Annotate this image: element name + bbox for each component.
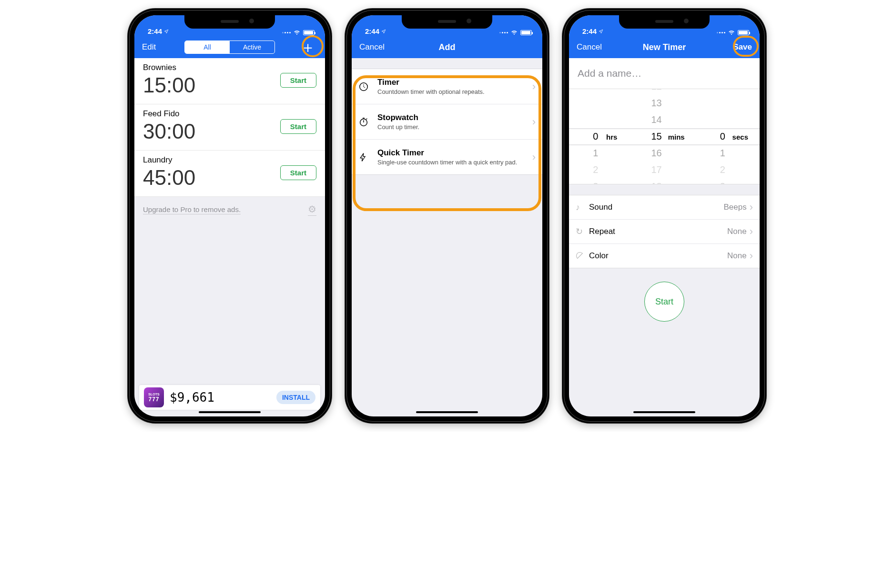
start-button[interactable]: Start (280, 73, 316, 88)
settings-list: ♪ Sound Beeps › ↻ Repeat None › Color N (569, 195, 760, 268)
home-indicator (199, 411, 261, 413)
content: Timer Countdown timer with optional repe… (352, 69, 542, 175)
signal-icon (282, 32, 291, 33)
status-time: 2:44 (365, 27, 379, 35)
notch (184, 15, 275, 29)
timer-row[interactable]: Feed Fido 30:00 Start (134, 104, 325, 151)
settings-color[interactable]: Color None › (569, 244, 760, 268)
timer-time: 30:00 (143, 120, 195, 143)
status-time: 2:44 (582, 27, 597, 35)
add-option-subtitle: Countdown timer with optional repeats. (377, 88, 526, 95)
picker-seconds[interactable]: 0 1 2 3 secs (696, 89, 760, 184)
add-option-title: Quick Timer (377, 148, 526, 158)
picker-secs-label: secs (732, 132, 748, 141)
phone-2: 2:44 Cancel Add Timer (345, 9, 549, 423)
nav-title: Add (439, 42, 456, 52)
timer-list: Brownies 15:00 Start Feed Fido 30:00 Sta… (134, 58, 325, 196)
upgrade-row[interactable]: Upgrade to Pro to remove ads. ⚙ (134, 196, 325, 223)
home-indicator (416, 411, 478, 413)
settings-label: Sound (589, 203, 723, 212)
save-button[interactable]: Save (732, 41, 753, 54)
segment-all[interactable]: All (185, 41, 230, 53)
timer-icon (358, 81, 371, 92)
nav-title: New Timer (643, 42, 686, 52)
notch (619, 15, 710, 29)
timer-time: 45:00 (143, 166, 195, 190)
home-indicator (633, 411, 695, 413)
location-icon (164, 29, 169, 34)
name-placeholder: Add a name… (578, 68, 641, 79)
ad-install-button[interactable]: INSTALL (276, 391, 315, 404)
location-icon (599, 29, 603, 34)
sound-icon: ♪ (576, 203, 589, 213)
picker-hrs-label: hrs (606, 132, 617, 141)
settings-label: Repeat (589, 227, 727, 236)
timer-name: Feed Fido (143, 109, 195, 119)
timer-row[interactable]: Brownies 15:00 Start (134, 58, 325, 104)
settings-sound[interactable]: ♪ Sound Beeps › (569, 195, 760, 220)
wifi-icon (293, 30, 301, 35)
add-option-timer[interactable]: Timer Countdown timer with optional repe… (352, 69, 542, 104)
time-picker[interactable]: 0 1 2 3 hrs 12 13 14 15 16 17 (569, 89, 760, 184)
wifi-icon (510, 30, 518, 35)
picker-hours[interactable]: 0 1 2 3 hrs (569, 89, 632, 184)
signal-icon (717, 32, 725, 33)
screen-3: 2:44 Cancel New Timer Save Add a name… (569, 15, 760, 416)
add-option-subtitle: Single-use countdown timer with a quick … (377, 159, 526, 166)
timer-time: 15:00 (143, 73, 195, 97)
add-option-quick-timer[interactable]: Quick Timer Single-use countdown timer w… (352, 140, 542, 174)
segment-active[interactable]: Active (230, 41, 274, 53)
ad-app-icon: SLOTS 777 (144, 387, 164, 407)
battery-icon (303, 30, 315, 35)
settings-value: None (727, 251, 747, 261)
ad-banner[interactable]: SLOTS 777 $9,661 INSTALL (139, 385, 320, 410)
add-option-list: Timer Countdown timer with optional repe… (352, 69, 542, 175)
stopwatch-icon (358, 117, 371, 127)
add-option-stopwatch[interactable]: Stopwatch Count up timer. › (352, 104, 542, 140)
notch (402, 15, 492, 29)
phone-3: 2:44 Cancel New Timer Save Add a name… (562, 9, 766, 423)
location-icon (381, 29, 386, 34)
add-button[interactable]: ＋ (297, 40, 318, 55)
bolt-icon (358, 152, 371, 162)
start-circle-button[interactable]: Start (644, 282, 684, 322)
cancel-button[interactable]: Cancel (358, 41, 386, 54)
segment-control[interactable]: All Active (184, 41, 275, 54)
nav-bar: Cancel New Timer Save (569, 36, 760, 58)
add-option-subtitle: Count up timer. (377, 123, 526, 131)
name-input[interactable]: Add a name… (569, 58, 760, 89)
chevron-right-icon: › (532, 151, 536, 163)
settings-value: Beeps (723, 203, 746, 212)
start-button[interactable]: Start (280, 119, 316, 134)
start-button[interactable]: Start (280, 165, 316, 180)
phone-1: 2:44 Edit All Active ＋ Brownies (128, 9, 332, 423)
nav-bar: Cancel Add (352, 36, 542, 58)
content: Brownies 15:00 Start Feed Fido 30:00 Sta… (134, 58, 325, 223)
upgrade-text: Upgrade to Pro to remove ads. (143, 205, 241, 214)
wifi-icon (728, 30, 735, 35)
screen-1: 2:44 Edit All Active ＋ Brownies (134, 15, 325, 416)
timer-name: Brownies (143, 63, 195, 72)
gear-icon[interactable]: ⚙ (308, 203, 316, 216)
picker-minutes[interactable]: 12 13 14 15 16 17 18 mins (632, 89, 696, 184)
chevron-right-icon: › (532, 116, 536, 128)
content: Add a name… 0 1 2 3 hrs (569, 58, 760, 322)
status-time: 2:44 (148, 27, 162, 35)
settings-value: None (727, 227, 747, 236)
chevron-right-icon: › (750, 201, 753, 213)
add-option-title: Timer (377, 78, 526, 87)
color-icon (576, 252, 589, 260)
nav-bar: Edit All Active ＋ (134, 36, 325, 58)
battery-icon (520, 30, 532, 35)
chevron-right-icon: › (750, 250, 753, 262)
timer-row[interactable]: Laundry 45:00 Start (134, 151, 325, 196)
settings-repeat[interactable]: ↻ Repeat None › (569, 220, 760, 244)
cancel-button[interactable]: Cancel (576, 41, 603, 54)
chevron-right-icon: › (532, 81, 536, 93)
battery-icon (738, 30, 749, 35)
ad-text: $9,661 (170, 390, 271, 405)
edit-button[interactable]: Edit (141, 41, 157, 54)
picker-mins-label: mins (668, 132, 685, 141)
chevron-right-icon: › (750, 225, 753, 238)
screen-2: 2:44 Cancel Add Timer (352, 15, 542, 416)
